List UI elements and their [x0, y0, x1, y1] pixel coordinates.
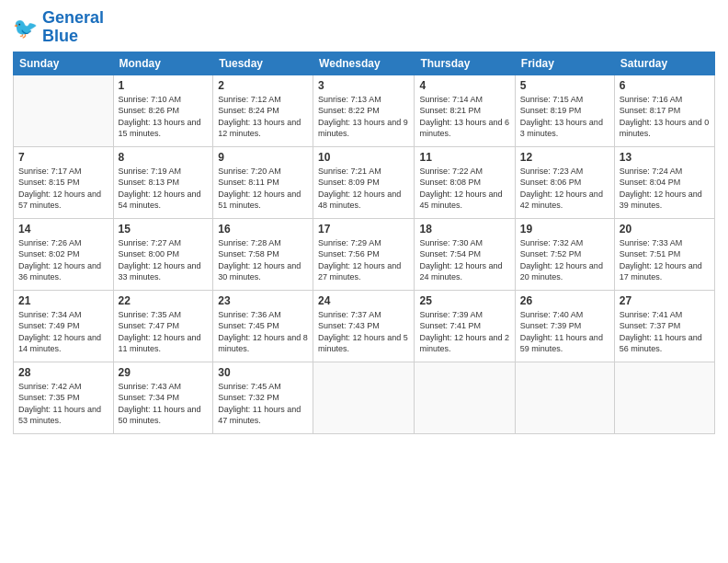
day-info: Sunrise: 7:12 AMSunset: 8:24 PMDaylight:… — [218, 94, 308, 140]
day-number: 13 — [620, 151, 710, 164]
day-info: Sunrise: 7:29 AMSunset: 7:56 PMDaylight:… — [318, 237, 409, 283]
day-number: 14 — [18, 223, 108, 236]
calendar-cell: 22Sunrise: 7:35 AMSunset: 7:47 PMDayligh… — [113, 290, 213, 362]
day-info: Sunrise: 7:21 AMSunset: 8:09 PMDaylight:… — [318, 166, 409, 212]
day-info: Sunrise: 7:33 AMSunset: 7:51 PMDaylight:… — [620, 237, 710, 283]
day-number: 19 — [520, 223, 609, 236]
day-number: 22 — [119, 294, 209, 307]
day-number: 28 — [18, 366, 108, 379]
day-number: 10 — [318, 151, 409, 164]
day-number: 23 — [218, 294, 308, 307]
logo: 🐦 General Blue — [13, 9, 104, 46]
day-info: Sunrise: 7:30 AMSunset: 7:54 PMDaylight:… — [419, 237, 509, 283]
day-info: Sunrise: 7:24 AMSunset: 8:04 PMDaylight:… — [620, 166, 710, 212]
weekday-header: Tuesday — [213, 52, 313, 75]
calendar-cell: 21Sunrise: 7:34 AMSunset: 7:49 PMDayligh… — [14, 290, 114, 362]
calendar-cell: 13Sunrise: 7:24 AMSunset: 8:04 PMDayligh… — [614, 146, 714, 218]
weekday-header: Saturday — [614, 52, 714, 75]
day-info: Sunrise: 7:35 AMSunset: 7:47 PMDaylight:… — [119, 309, 209, 355]
calendar-cell: 8Sunrise: 7:19 AMSunset: 8:13 PMDaylight… — [113, 146, 213, 218]
calendar-week-row: 21Sunrise: 7:34 AMSunset: 7:49 PMDayligh… — [14, 290, 715, 362]
day-number: 29 — [119, 366, 209, 379]
calendar-cell: 6Sunrise: 7:16 AMSunset: 8:17 PMDaylight… — [614, 75, 714, 146]
weekday-header: Wednesday — [313, 52, 415, 75]
calendar-week-row: 28Sunrise: 7:42 AMSunset: 7:35 PMDayligh… — [14, 362, 715, 433]
calendar-cell — [313, 362, 415, 433]
calendar-cell: 12Sunrise: 7:23 AMSunset: 8:06 PMDayligh… — [515, 146, 614, 218]
calendar-cell: 27Sunrise: 7:41 AMSunset: 7:37 PMDayligh… — [614, 290, 714, 362]
day-number: 16 — [218, 223, 308, 236]
calendar-week-row: 1Sunrise: 7:10 AMSunset: 8:26 PMDaylight… — [14, 75, 715, 146]
calendar-cell: 10Sunrise: 7:21 AMSunset: 8:09 PMDayligh… — [313, 146, 415, 218]
calendar-cell — [614, 362, 714, 433]
day-number: 25 — [419, 294, 509, 307]
logo-blue: Blue — [42, 28, 104, 46]
calendar-cell: 24Sunrise: 7:37 AMSunset: 7:43 PMDayligh… — [313, 290, 415, 362]
day-info: Sunrise: 7:37 AMSunset: 7:43 PMDaylight:… — [318, 309, 409, 355]
day-info: Sunrise: 7:20 AMSunset: 8:11 PMDaylight:… — [218, 166, 308, 212]
calendar-cell: 23Sunrise: 7:36 AMSunset: 7:45 PMDayligh… — [213, 290, 313, 362]
day-number: 27 — [620, 294, 710, 307]
calendar-cell: 28Sunrise: 7:42 AMSunset: 7:35 PMDayligh… — [14, 362, 114, 433]
calendar-cell: 16Sunrise: 7:28 AMSunset: 7:58 PMDayligh… — [213, 218, 313, 290]
calendar-cell: 11Sunrise: 7:22 AMSunset: 8:08 PMDayligh… — [415, 146, 515, 218]
day-info: Sunrise: 7:41 AMSunset: 7:37 PMDaylight:… — [620, 309, 710, 355]
day-info: Sunrise: 7:22 AMSunset: 8:08 PMDaylight:… — [419, 166, 509, 212]
calendar-cell: 4Sunrise: 7:14 AMSunset: 8:21 PMDaylight… — [415, 75, 515, 146]
day-info: Sunrise: 7:19 AMSunset: 8:13 PMDaylight:… — [119, 166, 209, 212]
day-number: 17 — [318, 223, 409, 236]
logo-text: General Blue — [42, 9, 104, 46]
day-number: 7 — [18, 151, 108, 164]
weekday-header: Friday — [515, 52, 614, 75]
calendar-week-row: 14Sunrise: 7:26 AMSunset: 8:02 PMDayligh… — [14, 218, 715, 290]
calendar-cell: 1Sunrise: 7:10 AMSunset: 8:26 PMDaylight… — [113, 75, 213, 146]
day-number: 9 — [218, 151, 308, 164]
day-info: Sunrise: 7:13 AMSunset: 8:22 PMDaylight:… — [318, 94, 409, 140]
day-number: 8 — [119, 151, 209, 164]
svg-text:🐦: 🐦 — [13, 16, 39, 40]
calendar-cell — [14, 75, 114, 146]
day-info: Sunrise: 7:16 AMSunset: 8:17 PMDaylight:… — [620, 94, 710, 140]
calendar-cell: 29Sunrise: 7:43 AMSunset: 7:34 PMDayligh… — [113, 362, 213, 433]
day-info: Sunrise: 7:14 AMSunset: 8:21 PMDaylight:… — [419, 94, 509, 140]
day-info: Sunrise: 7:10 AMSunset: 8:26 PMDaylight:… — [119, 94, 209, 140]
calendar-cell: 30Sunrise: 7:45 AMSunset: 7:32 PMDayligh… — [213, 362, 313, 433]
header: 🐦 General Blue — [13, 9, 715, 46]
day-info: Sunrise: 7:39 AMSunset: 7:41 PMDaylight:… — [419, 309, 509, 355]
calendar-cell: 17Sunrise: 7:29 AMSunset: 7:56 PMDayligh… — [313, 218, 415, 290]
calendar-cell: 7Sunrise: 7:17 AMSunset: 8:15 PMDaylight… — [14, 146, 114, 218]
calendar-cell: 3Sunrise: 7:13 AMSunset: 8:22 PMDaylight… — [313, 75, 415, 146]
day-info: Sunrise: 7:15 AMSunset: 8:19 PMDaylight:… — [520, 94, 609, 140]
day-info: Sunrise: 7:45 AMSunset: 7:32 PMDaylight:… — [218, 381, 308, 427]
calendar-cell: 14Sunrise: 7:26 AMSunset: 8:02 PMDayligh… — [14, 218, 114, 290]
day-info: Sunrise: 7:34 AMSunset: 7:49 PMDaylight:… — [18, 309, 108, 355]
calendar-cell: 20Sunrise: 7:33 AMSunset: 7:51 PMDayligh… — [614, 218, 714, 290]
calendar-week-row: 7Sunrise: 7:17 AMSunset: 8:15 PMDaylight… — [14, 146, 715, 218]
day-number: 3 — [318, 79, 409, 92]
weekday-header: Sunday — [14, 52, 114, 75]
day-number: 18 — [419, 223, 509, 236]
logo-icon: 🐦 — [13, 15, 39, 40]
day-number: 20 — [620, 223, 710, 236]
calendar-cell — [415, 362, 515, 433]
weekday-header-row: SundayMondayTuesdayWednesdayThursdayFrid… — [14, 52, 715, 75]
calendar-cell: 9Sunrise: 7:20 AMSunset: 8:11 PMDaylight… — [213, 146, 313, 218]
day-info: Sunrise: 7:40 AMSunset: 7:39 PMDaylight:… — [520, 309, 609, 355]
day-number: 21 — [18, 294, 108, 307]
calendar-cell — [515, 362, 614, 433]
day-number: 15 — [119, 223, 209, 236]
weekday-header: Thursday — [415, 52, 515, 75]
day-number: 11 — [419, 151, 509, 164]
calendar-cell: 25Sunrise: 7:39 AMSunset: 7:41 PMDayligh… — [415, 290, 515, 362]
calendar-cell: 18Sunrise: 7:30 AMSunset: 7:54 PMDayligh… — [415, 218, 515, 290]
day-info: Sunrise: 7:32 AMSunset: 7:52 PMDaylight:… — [520, 237, 609, 283]
day-info: Sunrise: 7:42 AMSunset: 7:35 PMDaylight:… — [18, 381, 108, 427]
day-info: Sunrise: 7:23 AMSunset: 8:06 PMDaylight:… — [520, 166, 609, 212]
day-number: 12 — [520, 151, 609, 164]
day-number: 1 — [119, 79, 209, 92]
day-info: Sunrise: 7:28 AMSunset: 7:58 PMDaylight:… — [218, 237, 308, 283]
calendar-cell: 5Sunrise: 7:15 AMSunset: 8:19 PMDaylight… — [515, 75, 614, 146]
day-number: 24 — [318, 294, 409, 307]
day-info: Sunrise: 7:26 AMSunset: 8:02 PMDaylight:… — [18, 237, 108, 283]
day-info: Sunrise: 7:36 AMSunset: 7:45 PMDaylight:… — [218, 309, 308, 355]
